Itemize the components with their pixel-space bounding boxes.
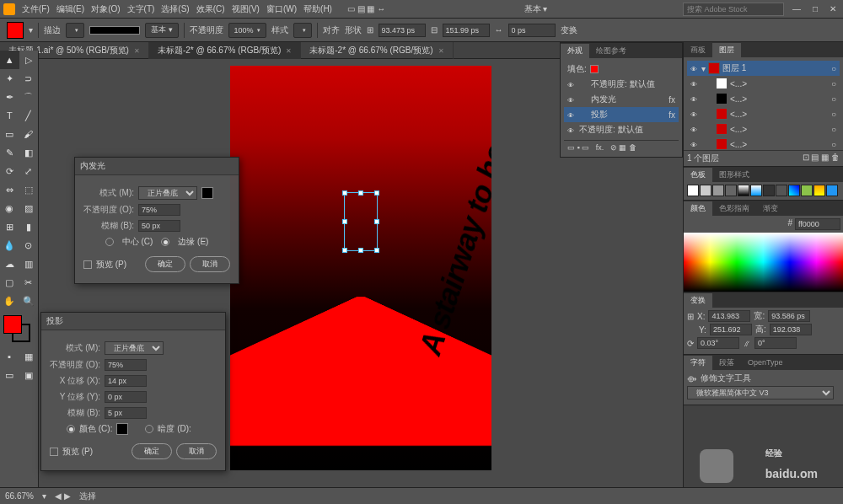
transform-label[interactable]: 变换: [561, 24, 577, 36]
font-select[interactable]: 微软雅黑简体中文 V3: [687, 386, 834, 399]
screen-mode-icon[interactable]: ▭: [0, 366, 19, 384]
menu-object[interactable]: 对象(O): [88, 2, 123, 17]
tw-input[interactable]: [768, 310, 810, 322]
screen-mode-2-icon[interactable]: ▣: [19, 366, 39, 384]
glow-opacity-input[interactable]: [138, 204, 180, 216]
tab-color[interactable]: 颜色: [684, 201, 712, 216]
fill-stroke-control[interactable]: [0, 314, 38, 347]
edge-radio[interactable]: [161, 238, 169, 246]
color-radio[interactable]: [67, 425, 75, 433]
selection-box[interactable]: [344, 192, 378, 251]
x-input[interactable]: [379, 24, 426, 37]
minimize-icon[interactable]: —: [789, 3, 804, 15]
search-input[interactable]: 搜索 Adobe Stock: [683, 3, 784, 16]
menu-effect[interactable]: 效果(C): [193, 2, 228, 17]
close-tab-icon[interactable]: ✕: [286, 47, 292, 55]
cancel-button[interactable]: 取消: [176, 443, 217, 459]
w-input[interactable]: [508, 24, 556, 37]
graphic-style-dropdown[interactable]: [293, 23, 312, 38]
ty-input[interactable]: [710, 324, 752, 335]
darkness-radio[interactable]: [145, 425, 153, 433]
tab-gradient[interactable]: 渐变: [756, 201, 785, 216]
selection-tool[interactable]: ▲: [0, 51, 19, 69]
rotate-tool[interactable]: ⟳: [0, 162, 19, 180]
curvature-tool[interactable]: ⌒: [19, 88, 39, 106]
menu-view[interactable]: 视图(V): [228, 2, 263, 17]
color-mode-icon[interactable]: ▪: [0, 347, 19, 366]
doc-tab-2[interactable]: 未标题-2* @ 66.67% (RGB/预览)✕: [149, 42, 301, 59]
opacity-dropdown[interactable]: 100%: [228, 23, 266, 38]
direct-select-tool[interactable]: ▷: [19, 51, 39, 69]
layer-row[interactable]: <...>○: [687, 137, 840, 150]
menu-help[interactable]: 帮助(H): [300, 2, 336, 17]
th-input[interactable]: [770, 324, 812, 335]
style-dropdown[interactable]: 基本 ▾: [145, 23, 179, 38]
close-tab-icon[interactable]: ✕: [438, 47, 444, 55]
shadow-mode-select[interactable]: 正片叠底: [105, 341, 164, 355]
center-radio[interactable]: [105, 238, 114, 246]
type-tool[interactable]: T: [0, 106, 19, 125]
eyedropper-tool[interactable]: 💧: [0, 236, 19, 255]
swatch-grid[interactable]: [687, 185, 840, 196]
tab-transform[interactable]: 变换: [684, 293, 712, 308]
color-spectrum[interactable]: [684, 233, 843, 292]
doc-tab-3[interactable]: 未标题-2* @ 66.67% (RGB/预览)✕: [301, 42, 453, 59]
layer-row[interactable]: <...>○: [687, 106, 840, 121]
shadow-blur-input[interactable]: [105, 407, 147, 419]
tab-swatches[interactable]: 色板: [684, 168, 712, 182]
y-input[interactable]: [443, 24, 490, 37]
glow-blur-input[interactable]: [138, 220, 180, 232]
zoom-display[interactable]: 66.67%: [5, 491, 34, 501]
free-transform-tool[interactable]: ⬚: [19, 180, 39, 199]
stroke-preview[interactable]: [89, 26, 140, 35]
menu-file[interactable]: 文件(F): [19, 2, 53, 17]
artboard-tool[interactable]: ▢: [0, 273, 19, 292]
ok-button[interactable]: 确定: [145, 256, 185, 272]
shear-input[interactable]: [754, 337, 797, 349]
lasso-tool[interactable]: ⊃: [19, 69, 39, 88]
layer-row[interactable]: <...>○: [687, 91, 840, 106]
tab-color-guide[interactable]: 色彩指南: [712, 201, 756, 216]
workspace-switcher[interactable]: 基本 ▾: [521, 2, 551, 17]
magic-wand-tool[interactable]: ✦: [0, 69, 19, 88]
shadow-opacity-input[interactable]: [105, 359, 147, 371]
tab-graphic-styles[interactable]: 图形样式: [712, 168, 756, 182]
fill-swatch[interactable]: [7, 22, 24, 39]
brush-tool[interactable]: 🖌: [19, 125, 39, 143]
preview-checkbox[interactable]: [83, 260, 92, 269]
zoom-tool[interactable]: 🔍: [19, 292, 39, 310]
layer-row[interactable]: <...>○: [687, 76, 840, 91]
close-tab-icon[interactable]: ✕: [134, 47, 140, 55]
rotate-input[interactable]: [697, 337, 739, 349]
slice-tool[interactable]: ✂: [19, 273, 39, 292]
symbol-tool[interactable]: ☁: [0, 255, 19, 273]
gradient-mode-icon[interactable]: ▦: [19, 347, 39, 366]
graph-tool[interactable]: ▥: [19, 255, 39, 273]
layer-row[interactable]: ▾图层 1○: [687, 61, 840, 76]
blend-tool[interactable]: ⊙: [19, 236, 39, 255]
shadow-y-input[interactable]: [105, 391, 147, 403]
tab-opentype[interactable]: OpenType: [741, 357, 790, 368]
menu-type[interactable]: 文字(T): [124, 2, 158, 17]
maximize-icon[interactable]: □: [809, 3, 821, 15]
pen-tool[interactable]: ✒: [0, 88, 19, 106]
width-tool[interactable]: ⇔: [0, 180, 19, 199]
rectangle-tool[interactable]: ▭: [0, 125, 19, 143]
tab-para[interactable]: 段落: [712, 356, 741, 370]
menu-select[interactable]: 选择(S): [158, 2, 192, 17]
hex-input[interactable]: [795, 218, 840, 230]
tab-guides[interactable]: 绘图参考: [589, 44, 633, 58]
mesh-tool[interactable]: ⊞: [0, 217, 19, 236]
eraser-tool[interactable]: ◧: [19, 143, 39, 162]
menu-window[interactable]: 窗口(W): [263, 2, 300, 17]
shaper-tool[interactable]: ✎: [0, 143, 19, 162]
hand-tool[interactable]: ✋: [0, 292, 19, 310]
preview-checkbox[interactable]: [50, 448, 58, 456]
close-icon[interactable]: ✕: [826, 3, 840, 15]
glow-color-swatch[interactable]: [201, 187, 213, 199]
tab-artboards[interactable]: 画板: [684, 43, 712, 57]
menu-edit[interactable]: 编辑(E): [53, 2, 88, 17]
tab-char[interactable]: 字符: [684, 356, 712, 370]
tab-layers[interactable]: 图层: [712, 43, 741, 57]
ok-button[interactable]: 确定: [132, 443, 172, 459]
